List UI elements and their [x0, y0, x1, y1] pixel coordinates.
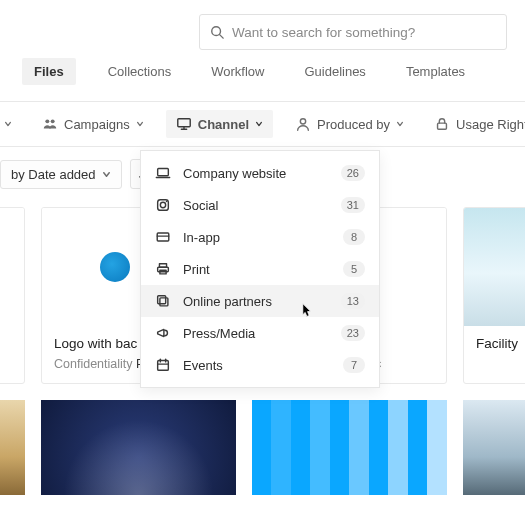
channel-option-count: 31	[341, 197, 365, 213]
svg-rect-24	[157, 233, 169, 241]
channel-option-label: In-app	[183, 230, 331, 245]
asset-thumbnail[interactable]	[463, 400, 525, 495]
svg-point-2	[45, 119, 49, 123]
svg-rect-30	[158, 296, 166, 304]
filter-channel[interactable]: Channel	[166, 110, 273, 138]
channel-dropdown: Company website 26 Social 31 In-app 8 Pr…	[140, 150, 380, 388]
filter-channel-label: Channel	[198, 117, 249, 132]
svg-rect-8	[438, 123, 447, 129]
svg-point-7	[300, 119, 305, 124]
instagram-icon	[155, 197, 171, 213]
asset-thumbnail[interactable]	[41, 400, 236, 495]
thumbnail-row	[0, 384, 525, 495]
svg-rect-29	[160, 298, 168, 306]
asset-card[interactable]: Facility	[463, 207, 525, 384]
sort-by-date-added[interactable]: by Date added	[0, 160, 122, 189]
svg-point-3	[51, 119, 55, 123]
tab-collections[interactable]: Collections	[100, 58, 180, 85]
channel-option-events[interactable]: Events 7	[141, 349, 379, 381]
asset-thumbnail[interactable]	[252, 400, 447, 495]
channel-option-count: 13	[341, 293, 365, 309]
print-icon	[155, 261, 171, 277]
user-icon	[295, 116, 311, 132]
channel-option-press-media[interactable]: Press/Media 23	[141, 317, 379, 349]
channel-option-online-partners[interactable]: Online partners 13	[141, 285, 379, 317]
svg-rect-31	[158, 361, 169, 371]
channel-option-count: 8	[343, 229, 365, 245]
filter-campaigns-label: Campaigns	[64, 117, 130, 132]
lock-icon	[434, 116, 450, 132]
channel-option-social[interactable]: Social 31	[141, 189, 379, 221]
primary-tabs: Files Collections Workflow Guidelines Te…	[0, 58, 525, 101]
monitor-icon	[176, 116, 192, 132]
channel-option-label: Social	[183, 198, 329, 213]
filter-usage-rights-label: Usage Rights	[456, 117, 525, 132]
card-title	[0, 326, 24, 357]
filter-produced-by[interactable]: Produced by	[287, 112, 412, 136]
svg-point-22	[160, 202, 165, 207]
tab-templates[interactable]: Templates	[398, 58, 473, 85]
asset-thumbnail[interactable]	[0, 400, 25, 495]
channel-option-label: Events	[183, 358, 331, 373]
laptop-icon	[155, 165, 171, 181]
channel-option-count: 23	[341, 325, 365, 341]
channel-option-label: Press/Media	[183, 326, 329, 341]
megaphone-icon	[155, 325, 171, 341]
sort-label: by Date added	[11, 167, 96, 182]
channel-option-label: Print	[183, 262, 331, 277]
cursor-pointer-icon	[298, 302, 314, 322]
filter-produced-by-label: Produced by	[317, 117, 390, 132]
search-input[interactable]	[232, 25, 496, 40]
people-icon	[42, 116, 58, 132]
channel-option-label: Company website	[183, 166, 329, 181]
svg-line-1	[220, 35, 224, 39]
tab-workflow[interactable]: Workflow	[203, 58, 272, 85]
card-meta-label: Confidentiality	[54, 357, 133, 371]
channel-option-count: 5	[343, 261, 365, 277]
card-icon	[155, 229, 171, 245]
global-search[interactable]	[199, 14, 507, 50]
tab-guidelines[interactable]: Guidelines	[296, 58, 373, 85]
calendar-icon	[155, 357, 171, 373]
brand-mark-icon	[100, 252, 130, 282]
card-title: Facility	[464, 326, 525, 357]
filter-bar: Campaigns Channel Produced by Usage Righ…	[0, 101, 525, 147]
filter-usage-rights[interactable]: Usage Rights	[426, 112, 525, 136]
svg-rect-4	[178, 119, 190, 127]
channel-option-count: 26	[341, 165, 365, 181]
svg-rect-19	[158, 169, 169, 176]
asset-card[interactable]: EPS	[0, 207, 25, 384]
filter-prev-chevron[interactable]	[0, 116, 20, 132]
search-icon	[210, 25, 224, 39]
svg-point-23	[166, 201, 168, 203]
card-thumbnail: EPS	[0, 208, 24, 326]
card-meta	[0, 357, 24, 383]
tab-files[interactable]: Files	[22, 58, 76, 85]
channel-option-in-app[interactable]: In-app 8	[141, 221, 379, 253]
filter-campaigns[interactable]: Campaigns	[34, 112, 152, 136]
copy-icon	[155, 293, 171, 309]
card-thumbnail	[464, 208, 525, 326]
channel-option-count: 7	[343, 357, 365, 373]
channel-option-print[interactable]: Print 5	[141, 253, 379, 285]
card-meta	[464, 357, 525, 383]
channel-option-company-website[interactable]: Company website 26	[141, 157, 379, 189]
